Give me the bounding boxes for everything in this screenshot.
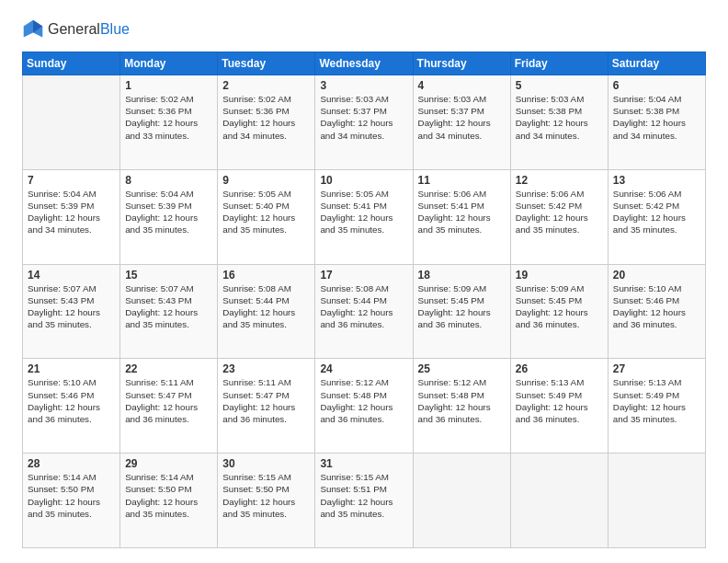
calendar-table: SundayMondayTuesdayWednesdayThursdayFrid…	[22, 52, 706, 548]
logo: GeneralBlue	[22, 18, 130, 40]
calendar-cell: 24Sunrise: 5:12 AM Sunset: 5:48 PM Dayli…	[315, 359, 413, 454]
day-number: 9	[222, 174, 310, 187]
day-number: 30	[222, 457, 310, 470]
day-number: 20	[613, 269, 700, 282]
day-info: Sunrise: 5:13 AM Sunset: 5:49 PM Dayligh…	[516, 376, 603, 425]
day-number: 10	[320, 174, 407, 187]
calendar-cell: 25Sunrise: 5:12 AM Sunset: 5:48 PM Dayli…	[413, 359, 510, 454]
day-number: 23	[222, 362, 310, 375]
calendar-cell: 17Sunrise: 5:08 AM Sunset: 5:44 PM Dayli…	[315, 264, 413, 359]
calendar-cell: 21Sunrise: 5:10 AM Sunset: 5:46 PM Dayli…	[23, 359, 120, 454]
calendar-cell: 13Sunrise: 5:06 AM Sunset: 5:42 PM Dayli…	[608, 169, 705, 264]
day-number: 5	[516, 79, 603, 92]
calendar-cell: 18Sunrise: 5:09 AM Sunset: 5:45 PM Dayli…	[413, 264, 510, 359]
day-number: 21	[28, 362, 115, 375]
calendar-cell: 14Sunrise: 5:07 AM Sunset: 5:43 PM Dayli…	[23, 264, 120, 359]
day-info: Sunrise: 5:04 AM Sunset: 5:39 PM Dayligh…	[28, 188, 115, 236]
day-info: Sunrise: 5:02 AM Sunset: 5:36 PM Dayligh…	[222, 93, 310, 142]
calendar-cell: 5Sunrise: 5:03 AM Sunset: 5:38 PM Daylig…	[510, 75, 608, 170]
day-info: Sunrise: 5:10 AM Sunset: 5:46 PM Dayligh…	[28, 376, 115, 425]
calendar-day-header: Saturday	[608, 52, 705, 75]
day-info: Sunrise: 5:04 AM Sunset: 5:39 PM Dayligh…	[125, 188, 212, 236]
day-number: 13	[613, 174, 700, 187]
page: GeneralBlue SundayMondayTuesdayWednesday…	[0, 0, 728, 563]
calendar-week-row: 14Sunrise: 5:07 AM Sunset: 5:43 PM Dayli…	[23, 264, 706, 359]
calendar-cell	[413, 454, 510, 548]
calendar-cell: 20Sunrise: 5:10 AM Sunset: 5:46 PM Dayli…	[608, 264, 705, 359]
day-number: 22	[125, 362, 212, 375]
day-number: 14	[28, 269, 115, 282]
calendar-week-row: 1Sunrise: 5:02 AM Sunset: 5:36 PM Daylig…	[23, 75, 706, 170]
calendar-cell: 16Sunrise: 5:08 AM Sunset: 5:44 PM Dayli…	[218, 264, 315, 359]
day-number: 8	[125, 174, 212, 187]
day-info: Sunrise: 5:13 AM Sunset: 5:49 PM Dayligh…	[613, 376, 700, 425]
day-info: Sunrise: 5:11 AM Sunset: 5:47 PM Dayligh…	[125, 376, 212, 425]
day-number: 18	[418, 269, 506, 282]
calendar-week-row: 21Sunrise: 5:10 AM Sunset: 5:46 PM Dayli…	[23, 359, 706, 454]
calendar-week-row: 7Sunrise: 5:04 AM Sunset: 5:39 PM Daylig…	[23, 169, 706, 264]
calendar-cell: 1Sunrise: 5:02 AM Sunset: 5:36 PM Daylig…	[120, 75, 218, 170]
calendar-day-header: Monday	[120, 52, 218, 75]
calendar-day-header: Sunday	[23, 52, 120, 75]
day-info: Sunrise: 5:07 AM Sunset: 5:43 PM Dayligh…	[125, 282, 212, 331]
calendar-day-header: Tuesday	[218, 52, 315, 75]
header: GeneralBlue	[22, 18, 706, 40]
day-info: Sunrise: 5:08 AM Sunset: 5:44 PM Dayligh…	[320, 282, 407, 331]
calendar-cell: 10Sunrise: 5:05 AM Sunset: 5:41 PM Dayli…	[315, 169, 413, 264]
calendar-cell: 22Sunrise: 5:11 AM Sunset: 5:47 PM Dayli…	[120, 359, 218, 454]
calendar-day-header: Friday	[510, 52, 608, 75]
day-info: Sunrise: 5:04 AM Sunset: 5:38 PM Dayligh…	[613, 93, 700, 142]
day-number: 15	[125, 269, 212, 282]
calendar-cell: 12Sunrise: 5:06 AM Sunset: 5:42 PM Dayli…	[510, 169, 608, 264]
calendar-cell: 27Sunrise: 5:13 AM Sunset: 5:49 PM Dayli…	[608, 359, 705, 454]
calendar-cell: 11Sunrise: 5:06 AM Sunset: 5:41 PM Dayli…	[413, 169, 510, 264]
day-info: Sunrise: 5:05 AM Sunset: 5:41 PM Dayligh…	[320, 188, 407, 236]
day-number: 11	[418, 174, 506, 187]
calendar-cell: 19Sunrise: 5:09 AM Sunset: 5:45 PM Dayli…	[510, 264, 608, 359]
logo-icon	[22, 18, 44, 40]
day-number: 28	[28, 457, 115, 470]
day-info: Sunrise: 5:12 AM Sunset: 5:48 PM Dayligh…	[418, 376, 506, 425]
day-number: 31	[320, 457, 407, 470]
calendar-cell	[608, 454, 705, 548]
day-info: Sunrise: 5:15 AM Sunset: 5:50 PM Dayligh…	[222, 471, 310, 520]
calendar-cell: 31Sunrise: 5:15 AM Sunset: 5:51 PM Dayli…	[315, 454, 413, 548]
calendar-header-row: SundayMondayTuesdayWednesdayThursdayFrid…	[23, 52, 706, 75]
day-info: Sunrise: 5:12 AM Sunset: 5:48 PM Dayligh…	[320, 376, 407, 425]
day-info: Sunrise: 5:09 AM Sunset: 5:45 PM Dayligh…	[516, 282, 603, 331]
calendar-cell: 6Sunrise: 5:04 AM Sunset: 5:38 PM Daylig…	[608, 75, 705, 170]
day-info: Sunrise: 5:05 AM Sunset: 5:40 PM Dayligh…	[222, 188, 310, 236]
calendar-cell: 15Sunrise: 5:07 AM Sunset: 5:43 PM Dayli…	[120, 264, 218, 359]
day-info: Sunrise: 5:10 AM Sunset: 5:46 PM Dayligh…	[613, 282, 700, 331]
day-info: Sunrise: 5:15 AM Sunset: 5:51 PM Dayligh…	[320, 471, 407, 520]
calendar-day-header: Wednesday	[315, 52, 413, 75]
day-number: 12	[516, 174, 603, 187]
day-info: Sunrise: 5:06 AM Sunset: 5:42 PM Dayligh…	[516, 188, 603, 236]
day-number: 17	[320, 269, 407, 282]
day-info: Sunrise: 5:03 AM Sunset: 5:37 PM Dayligh…	[320, 93, 407, 142]
calendar-cell: 26Sunrise: 5:13 AM Sunset: 5:49 PM Dayli…	[510, 359, 608, 454]
day-info: Sunrise: 5:09 AM Sunset: 5:45 PM Dayligh…	[418, 282, 506, 331]
day-number: 19	[516, 269, 603, 282]
calendar-cell: 28Sunrise: 5:14 AM Sunset: 5:50 PM Dayli…	[23, 454, 120, 548]
day-info: Sunrise: 5:03 AM Sunset: 5:38 PM Dayligh…	[516, 93, 603, 142]
calendar-cell: 9Sunrise: 5:05 AM Sunset: 5:40 PM Daylig…	[218, 169, 315, 264]
day-info: Sunrise: 5:06 AM Sunset: 5:42 PM Dayligh…	[613, 188, 700, 236]
calendar-cell: 3Sunrise: 5:03 AM Sunset: 5:37 PM Daylig…	[315, 75, 413, 170]
calendar-cell: 4Sunrise: 5:03 AM Sunset: 5:37 PM Daylig…	[413, 75, 510, 170]
day-number: 27	[613, 362, 700, 375]
calendar-cell	[510, 454, 608, 548]
day-number: 2	[222, 79, 310, 92]
calendar-cell: 23Sunrise: 5:11 AM Sunset: 5:47 PM Dayli…	[218, 359, 315, 454]
day-number: 16	[222, 269, 310, 282]
day-info: Sunrise: 5:14 AM Sunset: 5:50 PM Dayligh…	[125, 471, 212, 520]
day-number: 26	[516, 362, 603, 375]
logo-text: GeneralBlue	[48, 21, 130, 38]
calendar-cell: 8Sunrise: 5:04 AM Sunset: 5:39 PM Daylig…	[120, 169, 218, 264]
day-info: Sunrise: 5:06 AM Sunset: 5:41 PM Dayligh…	[418, 188, 506, 236]
day-number: 24	[320, 362, 407, 375]
logo-blue: Blue	[100, 21, 130, 38]
day-info: Sunrise: 5:11 AM Sunset: 5:47 PM Dayligh…	[222, 376, 310, 425]
day-number: 7	[28, 174, 115, 187]
day-info: Sunrise: 5:02 AM Sunset: 5:36 PM Dayligh…	[125, 93, 212, 142]
